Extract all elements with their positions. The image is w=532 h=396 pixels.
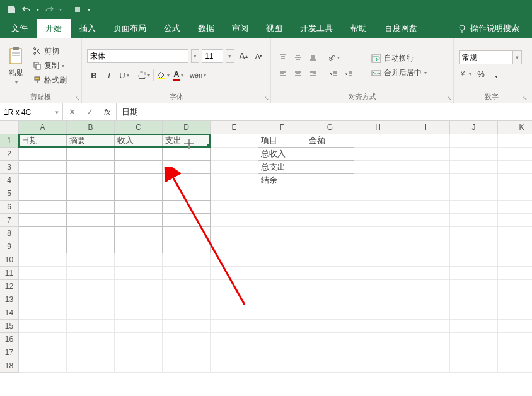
paste-button[interactable]: 粘贴 ▾ (5, 44, 28, 88)
redo-dd[interactable]: ▾ (57, 2, 64, 17)
row-header-12[interactable]: 12 (0, 280, 19, 293)
align-bottom-button[interactable] (306, 50, 320, 64)
row-header-18[interactable]: 18 (0, 359, 19, 373)
cell-G1[interactable]: 金额 (306, 134, 354, 148)
cell-I11[interactable] (402, 267, 450, 280)
cell-G12[interactable] (306, 280, 354, 293)
cell-I18[interactable] (402, 359, 450, 373)
cell-F18[interactable] (258, 359, 306, 373)
cell-J12[interactable] (450, 280, 498, 293)
cell-J8[interactable] (450, 227, 498, 240)
cell-E2[interactable] (211, 148, 258, 161)
tab-baidu[interactable]: 百度网盘 (376, 19, 426, 38)
qat-more-icon[interactable] (70, 2, 85, 17)
cell-E18[interactable] (211, 359, 258, 373)
row-header-13[interactable]: 13 (0, 293, 19, 306)
cell-G16[interactable] (306, 333, 354, 346)
cut-button[interactable]: 剪切 (30, 45, 69, 58)
copy-button[interactable]: 复制 ▾ (30, 59, 69, 73)
align-dialog-launcher[interactable]: ⤡ (447, 95, 452, 102)
row-header-1[interactable]: 1 (0, 134, 19, 148)
cell-I17[interactable] (402, 346, 450, 359)
cell-A5[interactable] (19, 187, 67, 201)
cell-C8[interactable] (115, 227, 163, 240)
decrease-font-button[interactable]: A▾ (252, 49, 265, 63)
cell-A18[interactable] (19, 359, 67, 373)
cell-E11[interactable] (211, 267, 258, 280)
cell-H7[interactable] (354, 214, 402, 227)
cell-A6[interactable] (19, 201, 67, 214)
cell-B13[interactable] (67, 293, 115, 306)
cell-G13[interactable] (306, 293, 354, 306)
cell-C14[interactable] (115, 306, 163, 320)
cell-D8[interactable] (163, 227, 211, 240)
cell-I8[interactable] (402, 227, 450, 240)
cell-K2[interactable] (498, 148, 532, 161)
cell-A4[interactable] (19, 174, 67, 187)
cell-H18[interactable] (354, 359, 402, 373)
col-header-J[interactable]: J (450, 121, 498, 134)
cell-C10[interactable] (115, 253, 163, 267)
cell-H9[interactable] (354, 240, 402, 253)
cell-I12[interactable] (402, 280, 450, 293)
cell-K14[interactable] (498, 306, 532, 320)
cell-D7[interactable] (163, 214, 211, 227)
cell-K16[interactable] (498, 333, 532, 346)
align-right-button[interactable] (306, 67, 320, 81)
cell-J15[interactable] (450, 320, 498, 333)
cell-D12[interactable] (163, 280, 211, 293)
cell-H2[interactable] (354, 148, 402, 161)
cell-B4[interactable] (67, 174, 115, 187)
cell-H8[interactable] (354, 227, 402, 240)
cell-D16[interactable] (163, 333, 211, 346)
indent-decrease-button[interactable] (327, 67, 340, 81)
cell-D1[interactable]: 支出 (163, 134, 211, 148)
cell-G15[interactable] (306, 320, 354, 333)
align-middle-button[interactable] (291, 50, 305, 64)
cell-I2[interactable] (402, 148, 450, 161)
enter-entry-button[interactable]: ✓ (81, 107, 98, 117)
cell-C7[interactable] (115, 214, 163, 227)
row-header-8[interactable]: 8 (0, 227, 19, 240)
cell-G7[interactable] (306, 214, 354, 227)
cell-J10[interactable] (450, 253, 498, 267)
cell-C1[interactable]: 收入 (115, 134, 163, 148)
cell-H5[interactable] (354, 187, 402, 201)
cell-B2[interactable] (67, 148, 115, 161)
cell-D11[interactable] (163, 267, 211, 280)
number-dialog-launcher[interactable]: ⤡ (523, 95, 528, 102)
cell-A16[interactable] (19, 333, 67, 346)
cell-C12[interactable] (115, 280, 163, 293)
font-name-select[interactable] (87, 49, 188, 63)
col-header-H[interactable]: H (354, 121, 402, 134)
align-top-button[interactable] (276, 50, 290, 64)
cell-I14[interactable] (402, 306, 450, 320)
cell-D2[interactable] (163, 148, 211, 161)
cell-J14[interactable] (450, 306, 498, 320)
cell-G18[interactable] (306, 359, 354, 373)
cell-E6[interactable] (211, 201, 258, 214)
percent-button[interactable]: % (474, 67, 488, 81)
col-header-E[interactable]: E (211, 121, 258, 134)
cell-K13[interactable] (498, 293, 532, 306)
cell-F17[interactable] (258, 346, 306, 359)
cell-D13[interactable] (163, 293, 211, 306)
cell-J6[interactable] (450, 201, 498, 214)
merge-center-button[interactable]: 合并后居中 ▾ (369, 66, 429, 79)
row-header-16[interactable]: 16 (0, 333, 19, 346)
cell-B6[interactable] (67, 201, 115, 214)
number-format-select[interactable] (459, 50, 513, 64)
undo-icon[interactable] (19, 2, 34, 17)
cell-A10[interactable] (19, 253, 67, 267)
cell-G4[interactable] (306, 174, 354, 187)
name-box[interactable]: ▾ (0, 103, 63, 120)
cell-I13[interactable] (402, 293, 450, 306)
cell-E16[interactable] (211, 333, 258, 346)
cell-H17[interactable] (354, 346, 402, 359)
col-header-F[interactable]: F (258, 121, 306, 134)
indent-increase-button[interactable] (342, 67, 356, 81)
cell-E3[interactable] (211, 161, 258, 174)
cell-K18[interactable] (498, 359, 532, 373)
cell-K4[interactable] (498, 174, 532, 187)
cell-B1[interactable]: 摘要 (67, 134, 115, 148)
